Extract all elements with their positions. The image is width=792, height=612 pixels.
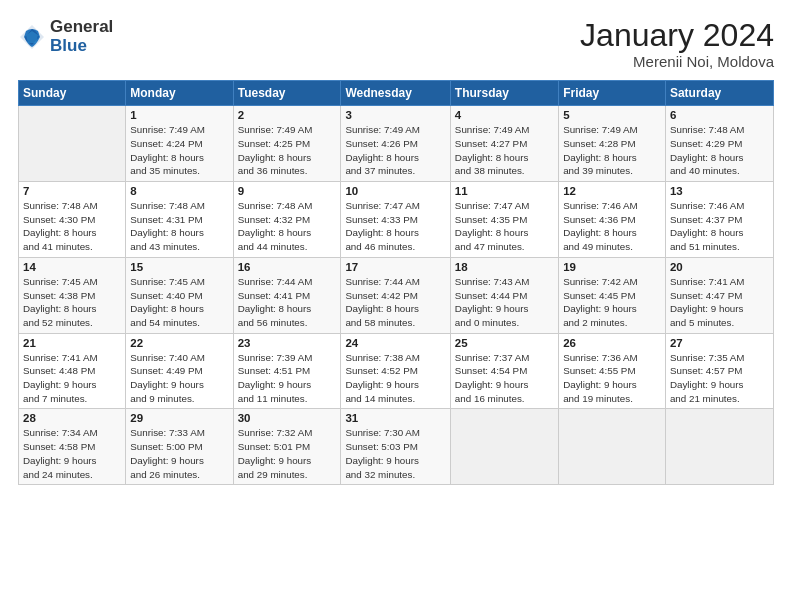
subtitle: Merenii Noi, Moldova: [580, 53, 774, 70]
day-number: 14: [23, 261, 121, 273]
calendar-cell: 1Sunrise: 7:49 AMSunset: 4:24 PMDaylight…: [126, 106, 233, 182]
calendar-header-row: Sunday Monday Tuesday Wednesday Thursday…: [19, 81, 774, 106]
day-number: 7: [23, 185, 121, 197]
col-tuesday: Tuesday: [233, 81, 341, 106]
calendar-cell: [559, 409, 666, 485]
calendar-cell: 29Sunrise: 7:33 AMSunset: 5:00 PMDayligh…: [126, 409, 233, 485]
day-number: 1: [130, 109, 228, 121]
day-info: Sunrise: 7:35 AMSunset: 4:57 PMDaylight:…: [670, 351, 769, 406]
col-wednesday: Wednesday: [341, 81, 450, 106]
calendar-cell: 2Sunrise: 7:49 AMSunset: 4:25 PMDaylight…: [233, 106, 341, 182]
day-info: Sunrise: 7:45 AMSunset: 4:38 PMDaylight:…: [23, 275, 121, 330]
calendar-cell: 21Sunrise: 7:41 AMSunset: 4:48 PMDayligh…: [19, 333, 126, 409]
day-info: Sunrise: 7:48 AMSunset: 4:32 PMDaylight:…: [238, 199, 337, 254]
day-number: 29: [130, 412, 228, 424]
day-number: 21: [23, 337, 121, 349]
calendar-cell: 12Sunrise: 7:46 AMSunset: 4:36 PMDayligh…: [559, 182, 666, 258]
calendar-cell: 16Sunrise: 7:44 AMSunset: 4:41 PMDayligh…: [233, 257, 341, 333]
title-block: January 2024 Merenii Noi, Moldova: [580, 18, 774, 70]
day-info: Sunrise: 7:46 AMSunset: 4:36 PMDaylight:…: [563, 199, 661, 254]
day-number: 15: [130, 261, 228, 273]
day-number: 18: [455, 261, 554, 273]
main-title: January 2024: [580, 18, 774, 53]
logo-general: General: [50, 18, 113, 37]
day-info: Sunrise: 7:39 AMSunset: 4:51 PMDaylight:…: [238, 351, 337, 406]
calendar-cell: 19Sunrise: 7:42 AMSunset: 4:45 PMDayligh…: [559, 257, 666, 333]
calendar-cell: 6Sunrise: 7:48 AMSunset: 4:29 PMDaylight…: [665, 106, 773, 182]
day-info: Sunrise: 7:36 AMSunset: 4:55 PMDaylight:…: [563, 351, 661, 406]
day-info: Sunrise: 7:49 AMSunset: 4:24 PMDaylight:…: [130, 123, 228, 178]
day-info: Sunrise: 7:32 AMSunset: 5:01 PMDaylight:…: [238, 426, 337, 481]
calendar-cell: [19, 106, 126, 182]
day-info: Sunrise: 7:46 AMSunset: 4:37 PMDaylight:…: [670, 199, 769, 254]
day-info: Sunrise: 7:48 AMSunset: 4:31 PMDaylight:…: [130, 199, 228, 254]
logo: General Blue: [18, 18, 113, 55]
calendar-cell: [665, 409, 773, 485]
day-number: 17: [345, 261, 445, 273]
day-info: Sunrise: 7:44 AMSunset: 4:42 PMDaylight:…: [345, 275, 445, 330]
day-info: Sunrise: 7:38 AMSunset: 4:52 PMDaylight:…: [345, 351, 445, 406]
calendar-cell: [450, 409, 558, 485]
calendar-cell: 15Sunrise: 7:45 AMSunset: 4:40 PMDayligh…: [126, 257, 233, 333]
day-info: Sunrise: 7:37 AMSunset: 4:54 PMDaylight:…: [455, 351, 554, 406]
calendar-cell: 5Sunrise: 7:49 AMSunset: 4:28 PMDaylight…: [559, 106, 666, 182]
day-info: Sunrise: 7:40 AMSunset: 4:49 PMDaylight:…: [130, 351, 228, 406]
day-number: 10: [345, 185, 445, 197]
calendar-cell: 17Sunrise: 7:44 AMSunset: 4:42 PMDayligh…: [341, 257, 450, 333]
day-number: 2: [238, 109, 337, 121]
day-number: 20: [670, 261, 769, 273]
day-info: Sunrise: 7:44 AMSunset: 4:41 PMDaylight:…: [238, 275, 337, 330]
day-number: 16: [238, 261, 337, 273]
calendar-cell: 20Sunrise: 7:41 AMSunset: 4:47 PMDayligh…: [665, 257, 773, 333]
day-info: Sunrise: 7:48 AMSunset: 4:29 PMDaylight:…: [670, 123, 769, 178]
day-number: 22: [130, 337, 228, 349]
calendar-cell: 8Sunrise: 7:48 AMSunset: 4:31 PMDaylight…: [126, 182, 233, 258]
day-info: Sunrise: 7:34 AMSunset: 4:58 PMDaylight:…: [23, 426, 121, 481]
calendar-cell: 14Sunrise: 7:45 AMSunset: 4:38 PMDayligh…: [19, 257, 126, 333]
col-monday: Monday: [126, 81, 233, 106]
day-number: 27: [670, 337, 769, 349]
calendar-week-row-0: 1Sunrise: 7:49 AMSunset: 4:24 PMDaylight…: [19, 106, 774, 182]
calendar-cell: 7Sunrise: 7:48 AMSunset: 4:30 PMDaylight…: [19, 182, 126, 258]
calendar-cell: 11Sunrise: 7:47 AMSunset: 4:35 PMDayligh…: [450, 182, 558, 258]
calendar-cell: 24Sunrise: 7:38 AMSunset: 4:52 PMDayligh…: [341, 333, 450, 409]
calendar-week-row-4: 28Sunrise: 7:34 AMSunset: 4:58 PMDayligh…: [19, 409, 774, 485]
day-info: Sunrise: 7:49 AMSunset: 4:28 PMDaylight:…: [563, 123, 661, 178]
calendar-cell: 4Sunrise: 7:49 AMSunset: 4:27 PMDaylight…: [450, 106, 558, 182]
calendar-cell: 27Sunrise: 7:35 AMSunset: 4:57 PMDayligh…: [665, 333, 773, 409]
day-number: 30: [238, 412, 337, 424]
day-number: 3: [345, 109, 445, 121]
day-info: Sunrise: 7:49 AMSunset: 4:26 PMDaylight:…: [345, 123, 445, 178]
calendar-cell: 31Sunrise: 7:30 AMSunset: 5:03 PMDayligh…: [341, 409, 450, 485]
day-info: Sunrise: 7:49 AMSunset: 4:27 PMDaylight:…: [455, 123, 554, 178]
page: General Blue January 2024 Merenii Noi, M…: [0, 0, 792, 612]
day-number: 5: [563, 109, 661, 121]
header: General Blue January 2024 Merenii Noi, M…: [18, 18, 774, 70]
logo-text: General Blue: [50, 18, 113, 55]
day-number: 9: [238, 185, 337, 197]
day-info: Sunrise: 7:45 AMSunset: 4:40 PMDaylight:…: [130, 275, 228, 330]
day-info: Sunrise: 7:33 AMSunset: 5:00 PMDaylight:…: [130, 426, 228, 481]
day-number: 8: [130, 185, 228, 197]
col-thursday: Thursday: [450, 81, 558, 106]
calendar-cell: 3Sunrise: 7:49 AMSunset: 4:26 PMDaylight…: [341, 106, 450, 182]
day-number: 6: [670, 109, 769, 121]
day-number: 28: [23, 412, 121, 424]
logo-blue: Blue: [50, 37, 113, 56]
day-info: Sunrise: 7:41 AMSunset: 4:47 PMDaylight:…: [670, 275, 769, 330]
calendar-week-row-3: 21Sunrise: 7:41 AMSunset: 4:48 PMDayligh…: [19, 333, 774, 409]
day-info: Sunrise: 7:42 AMSunset: 4:45 PMDaylight:…: [563, 275, 661, 330]
calendar-week-row-1: 7Sunrise: 7:48 AMSunset: 4:30 PMDaylight…: [19, 182, 774, 258]
day-info: Sunrise: 7:48 AMSunset: 4:30 PMDaylight:…: [23, 199, 121, 254]
day-info: Sunrise: 7:43 AMSunset: 4:44 PMDaylight:…: [455, 275, 554, 330]
calendar-cell: 23Sunrise: 7:39 AMSunset: 4:51 PMDayligh…: [233, 333, 341, 409]
day-info: Sunrise: 7:47 AMSunset: 4:33 PMDaylight:…: [345, 199, 445, 254]
col-sunday: Sunday: [19, 81, 126, 106]
day-number: 12: [563, 185, 661, 197]
day-number: 25: [455, 337, 554, 349]
day-info: Sunrise: 7:47 AMSunset: 4:35 PMDaylight:…: [455, 199, 554, 254]
day-info: Sunrise: 7:41 AMSunset: 4:48 PMDaylight:…: [23, 351, 121, 406]
day-info: Sunrise: 7:49 AMSunset: 4:25 PMDaylight:…: [238, 123, 337, 178]
day-number: 4: [455, 109, 554, 121]
calendar-cell: 9Sunrise: 7:48 AMSunset: 4:32 PMDaylight…: [233, 182, 341, 258]
